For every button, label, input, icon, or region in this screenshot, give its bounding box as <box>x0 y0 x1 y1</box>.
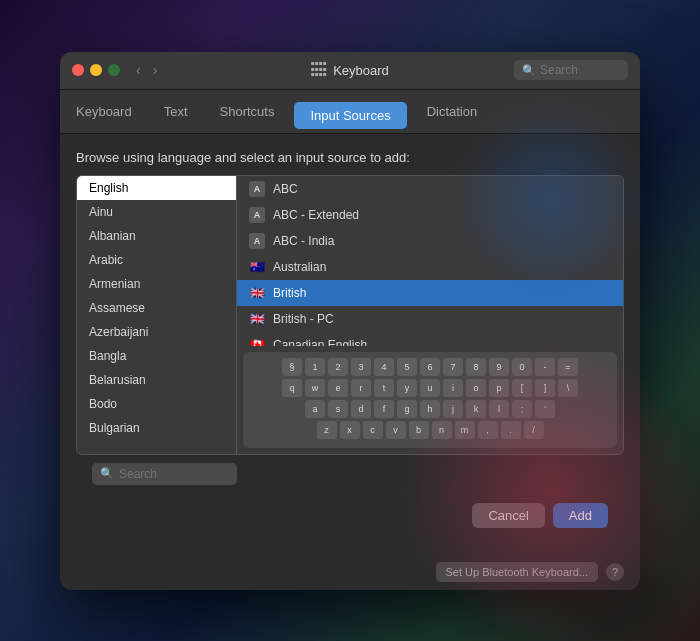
search-icon: 🔍 <box>522 64 536 77</box>
kb-key-9: 9 <box>489 358 509 376</box>
canadian-flag-icon: 🇨🇦 <box>249 337 265 346</box>
source-abc-extended-label: ABC - Extended <box>273 208 359 222</box>
kb-key-t: t <box>374 379 394 397</box>
kb-key-f: f <box>374 400 394 418</box>
source-abc-extended[interactable]: A ABC - Extended <box>237 202 623 228</box>
kb-key-comma: , <box>478 421 498 439</box>
kb-key-q: q <box>282 379 302 397</box>
bottom-buttons: Cancel Add <box>76 493 624 538</box>
kb-key-8: 8 <box>466 358 486 376</box>
language-panel[interactable]: English Ainu Albanian Arabic Armenian As… <box>77 176 237 454</box>
kb-key-x: x <box>340 421 360 439</box>
kb-key-slash: / <box>524 421 544 439</box>
lang-azerbaijani[interactable]: Azerbaijani <box>77 320 236 344</box>
kb-key-2: 2 <box>328 358 348 376</box>
kb-key-z: z <box>317 421 337 439</box>
abc-india-icon: A <box>249 233 265 249</box>
back-button[interactable]: ‹ <box>132 60 145 80</box>
kb-key-lbracket: [ <box>512 379 532 397</box>
titlebar-search-input[interactable] <box>540 63 620 77</box>
kb-row-4: z x c v b n m , . / <box>249 421 611 439</box>
lang-bulgarian[interactable]: Bulgarian <box>77 416 236 440</box>
source-australian[interactable]: 🇦🇺 Australian <box>237 254 623 280</box>
browse-label: Browse using language and select an inpu… <box>76 150 624 165</box>
kb-key-o: o <box>466 379 486 397</box>
british-pc-flag-icon: 🇬🇧 <box>249 311 265 327</box>
source-abc-india[interactable]: A ABC - India <box>237 228 623 254</box>
kb-key-s: s <box>328 400 348 418</box>
australian-flag-icon: 🇦🇺 <box>249 259 265 275</box>
help-button[interactable]: ? <box>606 563 624 581</box>
source-canadian-label: Canadian English <box>273 338 367 346</box>
abc-icon: A <box>249 181 265 197</box>
right-panel: A ABC A ABC - Extended A ABC - India 🇦🇺 … <box>237 176 623 454</box>
search-bar: 🔍 <box>76 455 624 493</box>
lang-ainu[interactable]: Ainu <box>77 200 236 224</box>
kb-row-1: § 1 2 3 4 5 6 7 8 9 0 - = <box>249 358 611 376</box>
kb-key-5: 5 <box>397 358 417 376</box>
keyboard-preview: § 1 2 3 4 5 6 7 8 9 0 - = <box>243 352 617 448</box>
kb-key-u: u <box>420 379 440 397</box>
add-button[interactable]: Add <box>553 503 608 528</box>
bluetooth-keyboard-button[interactable]: Set Up Bluetooth Keyboard... <box>436 562 598 582</box>
tabs: Keyboard Text Shortcuts Input Sources Di… <box>60 90 640 134</box>
search-input-wrap[interactable]: 🔍 <box>92 463 237 485</box>
keyboard-window: ‹ › Keyboard 🔍 Keyboard Text Shortcuts I… <box>60 52 640 590</box>
kb-key-k: k <box>466 400 486 418</box>
lang-english[interactable]: English <box>77 176 236 200</box>
kb-key-semicolon: ; <box>512 400 532 418</box>
tab-shortcuts[interactable]: Shortcuts <box>204 98 291 134</box>
kb-key-section: § <box>282 358 302 376</box>
lang-bangla[interactable]: Bangla <box>77 344 236 368</box>
tab-dictation[interactable]: Dictation <box>411 98 494 134</box>
forward-button[interactable]: › <box>149 60 162 80</box>
search-glass-icon: 🔍 <box>100 467 114 480</box>
close-button[interactable] <box>72 64 84 76</box>
tab-input-sources[interactable]: Input Sources <box>294 102 406 129</box>
kb-key-j: j <box>443 400 463 418</box>
kb-key-h: h <box>420 400 440 418</box>
kb-key-6: 6 <box>420 358 440 376</box>
source-abc[interactable]: A ABC <box>237 176 623 202</box>
lang-albanian[interactable]: Albanian <box>77 224 236 248</box>
titlebar-search[interactable]: 🔍 <box>514 60 628 80</box>
lang-belarusian[interactable]: Belarusian <box>77 368 236 392</box>
kb-key-e: e <box>328 379 348 397</box>
nav-buttons: ‹ › <box>132 60 161 80</box>
kb-key-7: 7 <box>443 358 463 376</box>
lang-armenian[interactable]: Armenian <box>77 272 236 296</box>
kb-key-1: 1 <box>305 358 325 376</box>
minimize-button[interactable] <box>90 64 102 76</box>
kb-key-c: c <box>363 421 383 439</box>
kb-key-w: w <box>305 379 325 397</box>
lang-arabic[interactable]: Arabic <box>77 248 236 272</box>
kb-key-g: g <box>397 400 417 418</box>
tab-keyboard[interactable]: Keyboard <box>60 98 148 134</box>
titlebar: ‹ › Keyboard 🔍 <box>60 52 640 90</box>
kb-key-i: i <box>443 379 463 397</box>
kb-key-equals: = <box>558 358 578 376</box>
kb-key-v: v <box>386 421 406 439</box>
abc-extended-icon: A <box>249 207 265 223</box>
maximize-button[interactable] <box>108 64 120 76</box>
cancel-button[interactable]: Cancel <box>472 503 544 528</box>
search-input[interactable] <box>119 467 229 481</box>
source-british-label: British <box>273 286 306 300</box>
kb-key-d: d <box>351 400 371 418</box>
kb-key-rbracket: ] <box>535 379 555 397</box>
kb-key-m: m <box>455 421 475 439</box>
lang-assamese[interactable]: Assamese <box>77 296 236 320</box>
content-area: Browse using language and select an inpu… <box>60 134 640 554</box>
kb-key-quote: ' <box>535 400 555 418</box>
source-british-pc[interactable]: 🇬🇧 British - PC <box>237 306 623 332</box>
lang-bodo[interactable]: Bodo <box>77 392 236 416</box>
source-british[interactable]: 🇬🇧 British <box>237 280 623 306</box>
panels: English Ainu Albanian Arabic Armenian As… <box>76 175 624 455</box>
kb-key-period: . <box>501 421 521 439</box>
british-flag-icon: 🇬🇧 <box>249 285 265 301</box>
tab-text[interactable]: Text <box>148 98 204 134</box>
input-sources-list[interactable]: A ABC A ABC - Extended A ABC - India 🇦🇺 … <box>237 176 623 346</box>
kb-key-r: r <box>351 379 371 397</box>
source-canadian-english[interactable]: 🇨🇦 Canadian English <box>237 332 623 346</box>
titlebar-center: Keyboard <box>311 62 389 78</box>
